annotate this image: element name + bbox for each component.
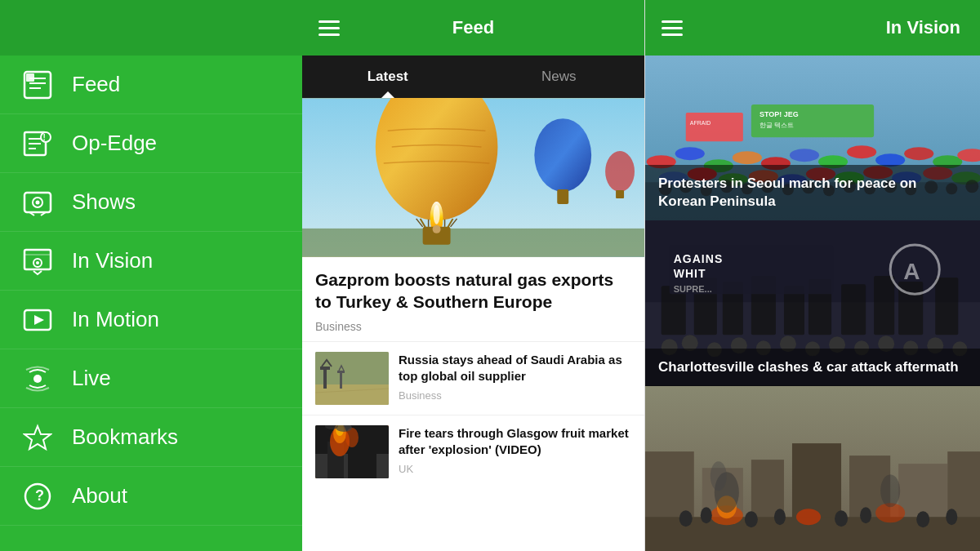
sidebar: Feed ! Op-Edge Shows	[0, 0, 302, 551]
sidebar-item-feed-label: Feed	[72, 72, 120, 97]
svg-marker-22	[24, 426, 51, 449]
feed-header: Feed	[302, 0, 644, 56]
feed-tabs: Latest News	[302, 56, 644, 98]
svg-text:STOP! JEG: STOP! JEG	[760, 110, 799, 118]
svg-point-63	[733, 151, 762, 164]
sidebar-item-inmotion-label: In Motion	[72, 307, 159, 332]
article-list-item-0[interactable]: Russia stays ahead of Saudi Arabia as to…	[302, 341, 644, 415]
svg-rect-28	[557, 189, 568, 204]
article-info-1: Fire tears through Glasgow fruit market …	[399, 425, 631, 476]
feed-content: Gazprom boosts natural gas exports to Tu…	[302, 98, 644, 551]
svg-rect-83	[751, 104, 874, 137]
invision-icon	[20, 243, 56, 279]
svg-point-152	[774, 509, 786, 525]
sidebar-item-bookmarks[interactable]: Bookmarks	[0, 408, 302, 467]
vision-card-protesters[interactable]: STOP! JEG 한글 텍스트 AFRAID	[645, 56, 980, 220]
svg-point-147	[796, 509, 821, 525]
opedge-icon: !	[20, 126, 56, 162]
svg-rect-47	[337, 371, 345, 373]
svg-point-159	[880, 474, 900, 507]
svg-rect-41	[616, 190, 624, 198]
svg-rect-44	[323, 368, 327, 389]
shows-icon	[20, 184, 56, 220]
invision-header: In Vision	[645, 0, 980, 56]
feed-panel: Feed Latest News	[302, 0, 645, 551]
svg-point-150	[701, 507, 712, 523]
svg-rect-45	[320, 367, 330, 370]
svg-point-154	[860, 507, 871, 523]
svg-rect-46	[340, 372, 342, 389]
main-article[interactable]: Gazprom boosts natural gas exports to Tu…	[302, 98, 644, 341]
sidebar-item-inmotion[interactable]: In Motion	[0, 291, 302, 349]
svg-text:AGAINS: AGAINS	[674, 252, 724, 265]
svg-text:WHIT: WHIT	[674, 267, 706, 280]
feed-header-title: Feed	[452, 17, 494, 38]
vision-card-charlottesville-caption: Charlottesville clashes & car attack aft…	[645, 349, 980, 386]
sidebar-item-bookmarks-label: Bookmarks	[72, 424, 178, 450]
tab-news[interactable]: News	[474, 56, 645, 98]
svg-rect-86	[686, 113, 743, 141]
svg-point-67	[847, 145, 876, 158]
main-article-title: Gazprom boosts natural gas exports to Tu…	[315, 269, 631, 313]
sidebar-item-invision-label: In Vision	[72, 248, 153, 273]
live-icon	[20, 361, 56, 397]
sidebar-item-opedge[interactable]: ! Op-Edge	[0, 114, 302, 173]
sidebar-item-shows-label: Shows	[72, 189, 136, 215]
svg-rect-114	[874, 276, 894, 335]
svg-text:!: !	[43, 133, 46, 142]
svg-text:?: ?	[35, 487, 44, 504]
about-icon: ?	[20, 478, 56, 514]
svg-marker-20	[34, 315, 44, 325]
svg-point-155	[916, 511, 929, 527]
sidebar-item-about-label: About	[72, 483, 127, 509]
vision-card-venezuela[interactable]	[645, 386, 980, 551]
feed-icon	[20, 67, 56, 103]
article-category-1: UK	[399, 463, 631, 475]
svg-point-69	[904, 147, 933, 160]
invision-panel: In Vision	[645, 0, 980, 551]
article-list-item-1[interactable]: Fire tears through Glasgow fruit market …	[302, 415, 644, 488]
main-article-body: Gazprom boosts natural gas exports to Tu…	[302, 257, 644, 341]
invision-menu-button[interactable]	[662, 20, 683, 36]
main-article-category: Business	[315, 320, 631, 333]
article-title-0: Russia stays ahead of Saudi Arabia as to…	[399, 352, 631, 385]
bookmarks-icon	[20, 420, 56, 455]
svg-point-21	[33, 375, 42, 383]
sidebar-header	[0, 0, 302, 56]
sidebar-item-invision[interactable]: In Vision	[0, 232, 302, 291]
article-title-1: Fire tears through Glasgow fruit market …	[399, 425, 631, 459]
sidebar-item-feed[interactable]: Feed	[0, 56, 302, 114]
svg-rect-116	[935, 278, 958, 335]
svg-point-156	[946, 509, 957, 525]
svg-point-35	[433, 225, 441, 233]
sidebar-item-live-label: Live	[72, 366, 111, 391]
invision-content: STOP! JEG 한글 텍스트 AFRAID	[645, 56, 980, 551]
article-category-0: Business	[399, 389, 631, 402]
sidebar-item-opedge-label: Op-Edge	[72, 131, 157, 156]
article-thumb-fire	[315, 425, 389, 478]
svg-rect-4	[26, 73, 34, 82]
sidebar-item-live[interactable]: Live	[0, 349, 302, 408]
invision-header-title: In Vision	[886, 17, 960, 38]
svg-point-65	[790, 149, 819, 162]
svg-rect-113	[841, 284, 866, 335]
tab-latest[interactable]: Latest	[302, 56, 474, 98]
svg-text:SUPRE...: SUPRE...	[674, 284, 712, 294]
svg-point-13	[36, 200, 40, 204]
svg-point-153	[835, 510, 848, 527]
svg-point-18	[36, 261, 39, 264]
svg-point-61	[675, 147, 705, 160]
vision-card-charlottesville[interactable]: AGAINS WHIT SUPRE... A	[645, 220, 980, 385]
svg-point-40	[605, 151, 635, 192]
svg-point-149	[679, 510, 693, 527]
svg-point-158	[710, 461, 727, 491]
svg-text:한글 텍스트: 한글 텍스트	[760, 122, 794, 129]
svg-rect-26	[302, 229, 644, 257]
svg-point-151	[745, 511, 758, 527]
sidebar-item-about[interactable]: ? About	[0, 467, 302, 526]
svg-point-31	[434, 205, 440, 224]
feed-menu-button[interactable]	[318, 20, 340, 36]
sidebar-item-shows[interactable]: Shows	[0, 173, 302, 232]
vision-card-protesters-caption: Protesters in Seoul march for peace on K…	[645, 165, 980, 220]
article-thumb-oil	[315, 352, 389, 405]
